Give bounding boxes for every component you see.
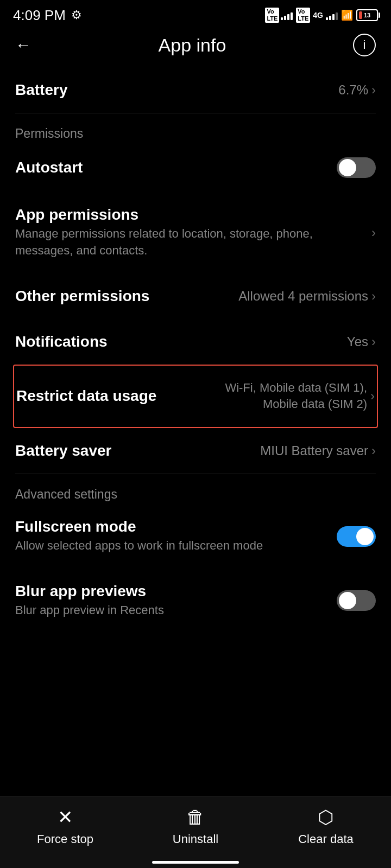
- other-permissions-label: Other permissions: [15, 288, 238, 305]
- chevron-icon: ›: [371, 334, 376, 349]
- sig-bar: [284, 16, 286, 20]
- battery-row-right: 6.7% ›: [338, 82, 376, 98]
- force-stop-icon: ✕: [58, 806, 73, 828]
- force-stop-button[interactable]: ✕ Force stop: [27, 806, 103, 846]
- battery-row-left: Battery: [15, 81, 338, 99]
- sim2-signal-block: VoLTE 4G: [296, 8, 338, 23]
- clear-data-label: Clear data: [298, 832, 354, 846]
- force-stop-label: Force stop: [37, 832, 93, 846]
- sig-bar: [281, 17, 283, 20]
- autostart-left: Autostart: [15, 159, 337, 176]
- wifi-icon: 📶: [341, 9, 353, 21]
- chevron-icon: ›: [371, 289, 376, 304]
- battery-value: 6.7%: [338, 82, 368, 98]
- fullscreen-toggle[interactable]: [337, 526, 376, 547]
- page-title: App info: [159, 35, 226, 56]
- notifications-row[interactable]: Notifications Yes ›: [15, 319, 376, 365]
- sim1-signal-block: VoLTE: [265, 8, 293, 23]
- status-icons: VoLTE VoLTE 4G 📶 13: [265, 8, 378, 23]
- blur-previews-toggle[interactable]: [337, 590, 376, 611]
- back-button[interactable]: ←: [15, 36, 31, 54]
- settings-gear-icon: ⚙: [71, 8, 82, 22]
- autostart-row[interactable]: Autostart: [15, 143, 376, 192]
- battery-indicator: 13: [356, 9, 378, 21]
- sim2-signal-bars: [326, 10, 338, 20]
- volte2-badge: VoLTE: [296, 8, 310, 23]
- battery-fill: [359, 11, 362, 19]
- blur-previews-label: Blur app previews: [15, 583, 337, 600]
- restrict-data-right: Wi-Fi, Mobile data (SIM 1), Mobile data …: [201, 380, 375, 413]
- app-permissions-label: App permissions: [15, 206, 371, 224]
- battery-saver-left: Battery saver: [15, 442, 260, 459]
- toggle-knob: [339, 159, 356, 176]
- battery-saver-label: Battery saver: [15, 442, 260, 459]
- status-time: 4:09 PM: [13, 7, 66, 24]
- 4g-badge: 4G: [313, 11, 323, 20]
- other-permissions-right: Allowed 4 permissions ›: [238, 289, 376, 304]
- uninstall-icon: 🗑: [186, 807, 205, 828]
- status-bar: 4:09 PM ⚙ VoLTE VoLTE 4G 📶: [0, 0, 391, 28]
- status-time-area: 4:09 PM ⚙: [13, 7, 82, 24]
- sig-bar: [291, 12, 293, 20]
- clear-data-button[interactable]: ⬡ Clear data: [288, 806, 364, 846]
- fullscreen-left: Fullscreen mode Allow selected apps to w…: [15, 518, 337, 554]
- toggle-knob: [356, 528, 374, 545]
- fullscreen-label: Fullscreen mode: [15, 518, 337, 535]
- notifications-label: Notifications: [15, 333, 347, 350]
- fullscreen-subtitle: Allow selected apps to work in fullscree…: [15, 538, 337, 554]
- restrict-data-usage-row[interactable]: Restrict data usage Wi-Fi, Mobile data (…: [13, 365, 378, 429]
- top-nav: ← App info i: [0, 28, 391, 67]
- clear-data-icon: ⬡: [318, 806, 334, 828]
- home-indicator: [152, 861, 239, 864]
- main-content: Battery 6.7% › Permissions Autostart App…: [0, 67, 391, 633]
- advanced-section-label: Advanced settings: [15, 474, 376, 504]
- sim1-signal-bars: [281, 10, 293, 20]
- battery-saver-row[interactable]: Battery saver MIUI Battery saver ›: [15, 428, 376, 474]
- restrict-data-label: Restrict data usage: [16, 387, 201, 405]
- blur-previews-row[interactable]: Blur app previews Blur app preview in Re…: [15, 569, 376, 633]
- chevron-icon: ›: [370, 388, 375, 404]
- info-button[interactable]: i: [353, 34, 376, 56]
- chevron-icon: ›: [371, 82, 376, 98]
- app-permissions-subtitle: Manage permissions related to location, …: [15, 226, 371, 259]
- battery-number: 13: [364, 12, 370, 18]
- sig-bar: [329, 16, 331, 20]
- other-permissions-row[interactable]: Other permissions Allowed 4 permissions …: [15, 273, 376, 319]
- info-icon: i: [363, 38, 366, 52]
- app-permissions-left: App permissions Manage permissions relat…: [15, 206, 371, 259]
- battery-row[interactable]: Battery 6.7% ›: [15, 67, 376, 113]
- uninstall-button[interactable]: 🗑 Uninstall: [157, 807, 234, 846]
- battery-cap: [379, 12, 380, 18]
- sig-bar: [326, 17, 328, 20]
- fullscreen-mode-row[interactable]: Fullscreen mode Allow selected apps to w…: [15, 504, 376, 569]
- app-permissions-row[interactable]: App permissions Manage permissions relat…: [15, 192, 376, 273]
- blur-previews-subtitle: Blur app preview in Recents: [15, 602, 337, 619]
- battery-saver-value: MIUI Battery saver: [260, 443, 368, 458]
- notifications-left: Notifications: [15, 333, 347, 350]
- uninstall-label: Uninstall: [173, 832, 218, 846]
- toggle-knob: [339, 592, 356, 609]
- app-permissions-right: ›: [371, 225, 376, 240]
- sig-bar: [332, 14, 335, 20]
- battery-saver-right: MIUI Battery saver ›: [260, 443, 376, 458]
- battery-label: Battery: [15, 81, 338, 99]
- blur-previews-left: Blur app previews Blur app preview in Re…: [15, 583, 337, 619]
- autostart-label: Autostart: [15, 159, 337, 176]
- sig-bar: [336, 12, 338, 20]
- other-permissions-value: Allowed 4 permissions: [238, 289, 368, 304]
- notifications-value: Yes: [347, 334, 368, 349]
- volte1-badge: VoLTE: [265, 8, 279, 23]
- restrict-data-value: Wi-Fi, Mobile data (SIM 1), Mobile data …: [201, 380, 367, 413]
- sig-bar: [287, 14, 289, 20]
- restrict-data-left: Restrict data usage: [16, 387, 201, 405]
- other-permissions-left: Other permissions: [15, 288, 238, 305]
- permissions-section-label: Permissions: [15, 113, 376, 143]
- notifications-right: Yes ›: [347, 334, 376, 349]
- chevron-icon: ›: [371, 443, 376, 458]
- bottom-action-bar: ✕ Force stop 🗑 Uninstall ⬡ Clear data: [0, 796, 391, 868]
- chevron-icon: ›: [371, 225, 376, 240]
- autostart-toggle[interactable]: [337, 157, 376, 178]
